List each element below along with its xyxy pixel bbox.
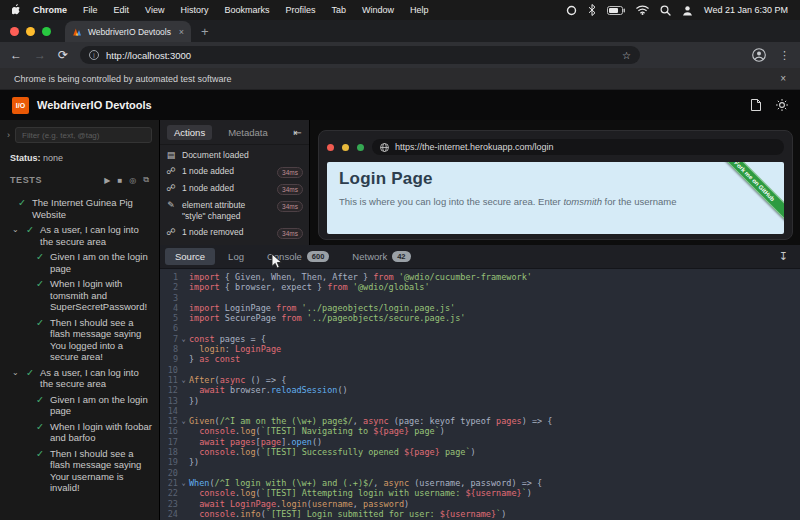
tab-log[interactable]: Log: [218, 248, 254, 265]
test-tree-item[interactable]: ✓Given I am on the login page: [0, 394, 159, 417]
filter-input[interactable]: [15, 127, 152, 143]
bluetooth-icon[interactable]: [588, 4, 596, 16]
menu-item-view[interactable]: View: [137, 5, 172, 15]
run-tests-icon[interactable]: ▶: [104, 176, 110, 185]
check-icon: ✓: [36, 251, 46, 274]
menu-item-help[interactable]: Help: [402, 5, 437, 15]
new-tab-button[interactable]: +: [191, 24, 219, 39]
test-tree-item[interactable]: ✓Given I am on the login page: [0, 251, 159, 274]
profile-avatar-icon[interactable]: [752, 48, 766, 62]
action-label: element attribute "style" changed: [182, 200, 271, 222]
fold-chevron-icon[interactable]: ⌄: [178, 416, 189, 426]
tab-metadata[interactable]: Metadata: [221, 125, 275, 140]
forward-icon[interactable]: →: [34, 48, 46, 62]
test-tree-item[interactable]: ✓Then I should see a flash message sayin…: [0, 448, 159, 494]
reload-icon[interactable]: ⟳: [58, 48, 68, 62]
action-item[interactable]: ☍1 node added34ms: [160, 180, 309, 197]
action-label: 1 node added: [182, 166, 271, 177]
test-tree-item[interactable]: ⌄✓As a user, I can log into the secure a…: [0, 367, 159, 390]
tab-actions[interactable]: Actions: [167, 125, 212, 140]
stop-tests-icon[interactable]: ■: [117, 176, 122, 185]
test-tree-item[interactable]: ✓When I login with tomsmith and SuperSec…: [0, 278, 159, 313]
chevron-down-icon[interactable]: ⌄: [12, 224, 22, 247]
window-close-button[interactable]: [10, 27, 19, 36]
download-icon[interactable]: ↧: [779, 250, 795, 263]
browser-tab[interactable]: WebdriverIO Devtools ×: [65, 21, 191, 42]
site-info-icon[interactable]: i: [89, 50, 99, 60]
menu-item-history[interactable]: History: [172, 5, 216, 15]
preview-page-paragraph: This is where you can log into the secur…: [339, 196, 772, 207]
banner-close-icon[interactable]: ×: [780, 73, 786, 84]
line-number: 5: [160, 313, 178, 323]
count-badge: 42: [392, 251, 410, 262]
user-switcher-icon[interactable]: [682, 5, 693, 16]
menubar-clock[interactable]: Wed 21 Jan 6:30 PM: [704, 5, 788, 15]
menu-item-profiles[interactable]: Profiles: [277, 5, 323, 15]
battery-icon[interactable]: [607, 6, 625, 15]
line-number: 19: [160, 457, 178, 467]
menu-item-file[interactable]: File: [75, 5, 106, 15]
status-line: Status: none: [0, 143, 159, 163]
test-tree-item[interactable]: ✓When I login with foobar and barfoo: [0, 421, 159, 444]
tree-icon: ☍: [166, 227, 176, 238]
line-number: 23: [160, 499, 178, 509]
menu-item-window[interactable]: Window: [354, 5, 402, 15]
chrome-menu-icon[interactable]: ⋮: [779, 49, 790, 62]
wifi-icon[interactable]: [636, 5, 649, 15]
bookmark-star-icon[interactable]: ☆: [622, 50, 631, 61]
test-tree-item[interactable]: ✓The Internet Guinea Pig Website: [0, 197, 159, 220]
line-number: 4: [160, 303, 178, 313]
theme-toggle-sun-icon[interactable]: [776, 99, 788, 111]
main-area: › Status: none TESTS ▶■◎⧉ ✓The Internet …: [0, 120, 800, 520]
action-item[interactable]: ☍1 node removed34ms: [160, 224, 309, 241]
spotlight-search-icon[interactable]: [660, 5, 671, 16]
test-tree: ✓The Internet Guinea Pig Website⌄✓As a u…: [0, 197, 159, 494]
apple-icon[interactable]: [12, 4, 23, 16]
fold-chevron-icon[interactable]: ⌄: [178, 334, 189, 344]
url-text[interactable]: http://localhost:3000: [106, 50, 615, 61]
line-number: 16: [160, 426, 178, 436]
menu-item-chrome[interactable]: Chrome: [27, 5, 75, 15]
line-number: 20: [160, 468, 178, 478]
recording-indicator-icon[interactable]: [566, 5, 577, 16]
fold-chevron-icon[interactable]: ⌄: [178, 375, 189, 385]
source-code[interactable]: 1import { Given, When, Then, After } fro…: [160, 269, 800, 520]
menu-item-tab[interactable]: Tab: [323, 5, 354, 15]
tab-close-icon[interactable]: ×: [179, 27, 184, 37]
copy-icon[interactable]: ⧉: [143, 175, 149, 185]
chevron-down-icon[interactable]: ⌄: [12, 367, 22, 390]
test-tree-item[interactable]: ⌄✓As a user, I can log into the secure a…: [0, 224, 159, 247]
collapse-panel-icon[interactable]: ⇤: [294, 127, 302, 138]
test-tree-label: As a user, I can log into the secure are…: [40, 367, 142, 390]
fold-chevron-icon[interactable]: ⌄: [178, 478, 189, 488]
wdio-favicon: [72, 27, 82, 37]
menu-item-edit[interactable]: Edit: [106, 5, 138, 15]
sidebar-collapse-icon[interactable]: ›: [7, 130, 10, 140]
browser-preview-card: https://the-internet.herokuapp.com/login…: [318, 130, 793, 240]
window-minimize-button[interactable]: [26, 27, 35, 36]
menu-item-bookmarks[interactable]: Bookmarks: [216, 5, 277, 15]
code-line: 4import LoginPage from '../pageobjects/l…: [160, 303, 800, 313]
tab-label: Log: [228, 251, 244, 262]
globe-icon: [380, 143, 389, 152]
window-zoom-button[interactable]: [42, 27, 51, 36]
test-tree-item[interactable]: ✓Then I should see a flash message sayin…: [0, 317, 159, 363]
tab-network[interactable]: Network42: [342, 248, 420, 265]
preview-zoom-light: [357, 144, 364, 151]
action-item[interactable]: ☍1 node added34ms: [160, 163, 309, 180]
code-line: 2import { browser, expect } from '@wdio/…: [160, 282, 800, 292]
action-item[interactable]: ✎element attribute "style" changed34ms: [160, 197, 309, 224]
code-line: 23 await LoginPage.login(username, passw…: [160, 499, 800, 509]
check-icon: ✓: [36, 278, 46, 313]
check-icon: ✓: [36, 394, 46, 417]
watch-icon[interactable]: ◎: [129, 176, 136, 185]
action-item[interactable]: ▤Document loaded: [160, 147, 309, 163]
code-line: 21⌄When(/^I login with (\w+) and (.+)$/,…: [160, 478, 800, 488]
tree-icon: ☍: [166, 166, 176, 177]
tab-source[interactable]: Source: [165, 248, 215, 265]
code-line: 18 console.log(`[TEST] Successfully open…: [160, 447, 800, 457]
tab-console[interactable]: Console600: [257, 248, 339, 265]
back-icon[interactable]: ←: [10, 48, 22, 62]
address-bar[interactable]: i http://localhost:3000 ☆: [80, 46, 640, 64]
report-file-icon[interactable]: [751, 99, 761, 111]
